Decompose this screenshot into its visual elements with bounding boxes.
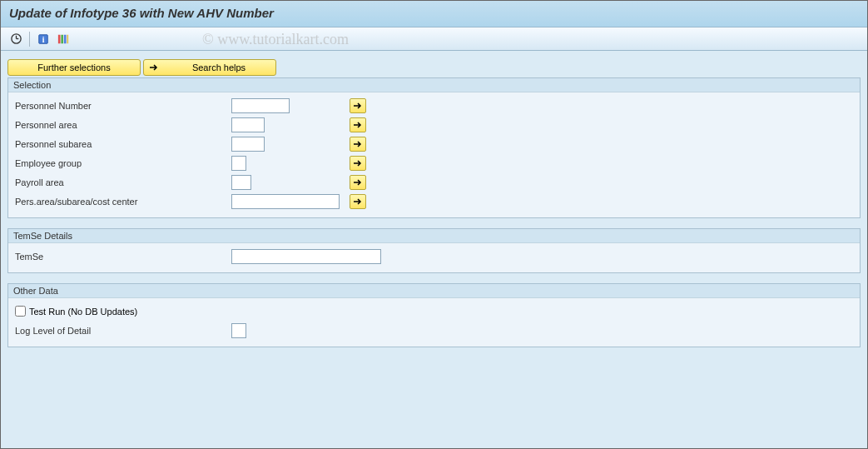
- personnel-number-input[interactable]: [231, 98, 290, 113]
- employee-group-multiselect-button[interactable]: [350, 156, 366, 171]
- execute-icon[interactable]: [7, 31, 24, 47]
- field-row-log-level: Log Level of Detail: [13, 321, 855, 340]
- content-area: Further selections Search helps Selectio…: [1, 51, 867, 366]
- field-row-temse: TemSe: [13, 247, 855, 266]
- log-level-input[interactable]: [231, 323, 246, 338]
- info-icon[interactable]: i: [35, 31, 52, 47]
- pers-area-sub-cc-multiselect-button[interactable]: [350, 194, 366, 209]
- search-helps-label: Search helps: [162, 62, 275, 72]
- pers-area-sub-cc-label: Pers.area/subarea/cost center: [13, 197, 231, 207]
- personnel-area-input[interactable]: [231, 117, 265, 132]
- options-icon[interactable]: [55, 31, 72, 47]
- field-row-employee-group: Employee group: [13, 153, 855, 172]
- other-data-group-header: Other Data: [8, 284, 860, 298]
- pers-area-sub-cc-input[interactable]: [231, 194, 340, 209]
- payroll-area-input[interactable]: [231, 175, 251, 190]
- field-row-personnel-subarea: Personnel subarea: [13, 134, 855, 153]
- employee-group-input[interactable]: [231, 156, 246, 171]
- personnel-area-multiselect-button[interactable]: [350, 117, 366, 132]
- employee-group-label: Employee group: [13, 158, 231, 168]
- toolbar-separator: [29, 32, 30, 47]
- temse-group: TemSe Details TemSe: [7, 228, 861, 273]
- field-row-test-run: Test Run (No DB Updates): [13, 302, 855, 321]
- arrow-right-icon: [149, 63, 159, 72]
- field-row-personnel-area: Personnel area: [13, 115, 855, 134]
- svg-rect-5: [58, 34, 61, 43]
- temse-label: TemSe: [13, 252, 231, 262]
- svg-text:i: i: [42, 34, 45, 43]
- test-run-checkbox[interactable]: [15, 306, 26, 317]
- temse-input[interactable]: [231, 249, 381, 264]
- personnel-subarea-input[interactable]: [231, 137, 265, 152]
- field-row-payroll-area: Payroll area: [13, 172, 855, 192]
- svg-rect-6: [61, 34, 63, 43]
- further-selections-label: Further selections: [37, 62, 110, 72]
- personnel-subarea-multiselect-button[interactable]: [350, 137, 366, 152]
- test-run-label: Test Run (No DB Updates): [29, 307, 137, 317]
- personnel-subarea-label: Personnel subarea: [13, 139, 231, 149]
- temse-group-header: TemSe Details: [8, 229, 860, 243]
- app-toolbar: i: [1, 27, 867, 51]
- search-helps-button[interactable]: Search helps: [143, 59, 276, 76]
- svg-rect-7: [64, 34, 67, 43]
- further-selections-button[interactable]: Further selections: [7, 59, 141, 76]
- field-row-personnel-number: Personnel Number: [13, 96, 855, 115]
- personnel-number-label: Personnel Number: [13, 101, 231, 111]
- selection-group: Selection Personnel Number Personnel are…: [7, 77, 861, 218]
- field-row-pers-area-sub-cc: Pers.area/subarea/cost center: [13, 192, 855, 211]
- log-level-label: Log Level of Detail: [13, 326, 231, 336]
- svg-rect-8: [67, 34, 68, 43]
- other-data-group: Other Data Test Run (No DB Updates) Log …: [7, 283, 861, 347]
- button-row: Further selections Search helps: [7, 59, 861, 76]
- personnel-number-multiselect-button[interactable]: [350, 98, 366, 113]
- personnel-area-label: Personnel area: [13, 120, 231, 130]
- payroll-area-label: Payroll area: [13, 177, 231, 187]
- title-bar: Update of Infotype 36 with New AHV Numbe…: [1, 1, 867, 27]
- page-title: Update of Infotype 36 with New AHV Numbe…: [9, 6, 859, 20]
- payroll-area-multiselect-button[interactable]: [350, 175, 366, 190]
- selection-group-header: Selection: [8, 78, 860, 92]
